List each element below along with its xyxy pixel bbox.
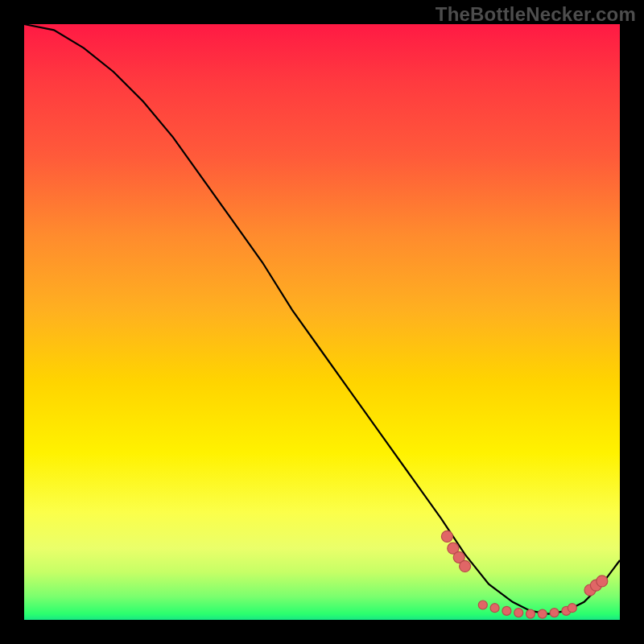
watermark-text: TheBottleNecker.com xyxy=(436,3,636,26)
marker-dot xyxy=(441,530,452,542)
marker-dot xyxy=(568,604,576,613)
plot-area xyxy=(24,24,620,620)
marker-dot xyxy=(478,601,487,609)
marker-dot xyxy=(502,606,511,615)
marker-dot xyxy=(550,609,559,617)
marker-dot xyxy=(514,609,523,617)
chart-svg xyxy=(24,24,620,620)
marker-dot xyxy=(460,560,471,572)
marker-dot xyxy=(526,609,535,618)
bottleneck-curve xyxy=(24,24,620,614)
marker-group xyxy=(441,530,607,618)
marker-dot xyxy=(490,604,499,613)
marker-dot xyxy=(538,609,547,618)
marker-dot xyxy=(597,576,608,587)
chart-stage: TheBottleNecker.com xyxy=(0,0,644,644)
